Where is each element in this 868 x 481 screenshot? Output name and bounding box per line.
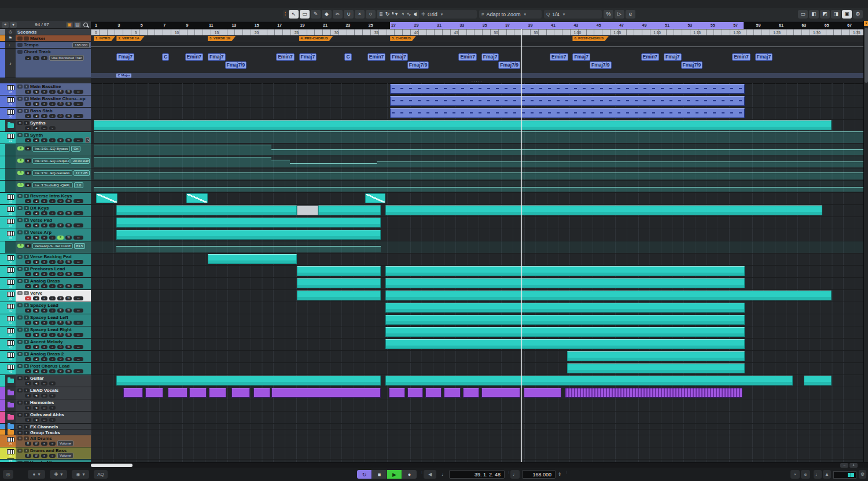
record-insert-mode-dropdown[interactable]: ✚▾ xyxy=(50,470,67,479)
solo-button[interactable]: s xyxy=(24,121,29,125)
track-control-button[interactable]: W xyxy=(65,138,72,142)
track-lane[interactable] xyxy=(91,429,863,435)
track-control-button[interactable]: ◀ xyxy=(33,90,39,94)
mute-button[interactable]: m xyxy=(17,315,23,320)
track-row-lead-vocals[interactable]: msLEAD Vocals●◀▭≈ xyxy=(0,387,91,399)
automation-value-field[interactable]: On xyxy=(71,146,80,152)
output-routing-button[interactable]: ▭ xyxy=(73,333,83,337)
track-control-button[interactable]: e xyxy=(41,211,47,215)
track-row-drums-and-bass[interactable]: 76msDrums and BassRWe∞Volume xyxy=(0,447,91,460)
audio-event[interactable] xyxy=(385,315,745,325)
audio-event[interactable] xyxy=(123,388,142,398)
mute-button[interactable]: m xyxy=(17,425,23,429)
audio-event[interactable] xyxy=(565,388,742,398)
chord-event[interactable]: Fmaj7 xyxy=(116,53,134,61)
audio-event[interactable] xyxy=(94,120,832,130)
folder-button[interactable]: ▭ xyxy=(41,418,47,422)
chord-event[interactable]: Fmaj7/9 xyxy=(225,61,247,69)
track-lane[interactable] xyxy=(91,156,863,168)
horizontal-scroll-thumb[interactable] xyxy=(91,464,133,467)
grid-type-combo[interactable]: # Adapt to Zoom ▾ xyxy=(479,10,542,19)
chord-event[interactable]: Fmaj7 xyxy=(481,53,499,61)
track-control-button[interactable]: ◀ xyxy=(33,102,39,106)
channel-button[interactable]: e xyxy=(41,454,47,458)
track-control-button[interactable]: ⌂ xyxy=(49,260,56,264)
track-lane[interactable] xyxy=(91,254,863,266)
track-lane[interactable] xyxy=(91,193,863,205)
track-control-button[interactable]: R xyxy=(57,333,64,337)
track-row-post-chorus-lead[interactable]: 45msPost Chorus Lead●◀e⌂RW▭ xyxy=(0,363,91,375)
metronome-button[interactable]: ▲ xyxy=(823,470,831,479)
chord-event[interactable]: Emin7 xyxy=(732,53,751,61)
mute-button[interactable]: m xyxy=(17,401,23,405)
audio-event[interactable] xyxy=(389,388,405,398)
global-track-chord[interactable]: ♪Chord Track●∿♯Use Monitored Trac xyxy=(0,49,91,78)
audio-alignment-button[interactable]: ▷ xyxy=(615,10,624,19)
add-track-button[interactable]: + xyxy=(2,22,9,28)
track-control-button[interactable]: W xyxy=(65,309,72,313)
track-lane[interactable] xyxy=(91,302,863,314)
track-control-button[interactable]: R xyxy=(57,272,64,276)
right-zone-button[interactable]: ◨ xyxy=(831,10,841,19)
mute-tool[interactable]: × xyxy=(355,10,365,19)
chord-event[interactable]: Fmaj7 xyxy=(299,53,317,61)
read-automation-button[interactable]: R xyxy=(17,171,24,175)
track-control-button[interactable]: R xyxy=(57,90,64,94)
mute-automation-button[interactable]: ■ xyxy=(25,171,31,175)
track-control-button[interactable]: R xyxy=(57,369,64,373)
output-routing-button[interactable]: ▭ xyxy=(73,138,83,142)
lower-zone-button[interactable]: ◩ xyxy=(820,10,830,19)
folder-button[interactable]: ◀ xyxy=(33,381,39,385)
track-control-button[interactable]: ⌂ xyxy=(49,309,56,313)
solo-button[interactable]: s xyxy=(24,431,29,435)
track-lane[interactable] xyxy=(91,181,863,193)
track-control-button[interactable]: e xyxy=(41,272,47,276)
output-routing-button[interactable]: ▭ xyxy=(73,357,83,361)
chord-event[interactable]: Fmaj7 xyxy=(390,53,408,61)
mute-button[interactable]: m xyxy=(17,376,23,380)
pre-roll-button[interactable]: ◀ xyxy=(424,470,436,479)
chord-event[interactable]: Fmaj7 xyxy=(755,53,773,61)
track-row-verse-arp[interactable]: 35msVerse Arp●◀e⌂RW▭ xyxy=(0,229,91,241)
stop-button[interactable]: ■ xyxy=(372,470,387,479)
output-routing-button[interactable]: ▭ xyxy=(73,114,83,118)
track-row-spacey-lead-right[interactable]: 42msSpacey Lead Right●◀e⌂RW▭ xyxy=(0,326,91,339)
track-row-spacey-lead-left[interactable]: 41msSpacey Lead Left●◀e⌂RW▭ xyxy=(0,314,91,326)
vertical-scroll-thumb[interactable] xyxy=(865,28,868,83)
track-lane[interactable] xyxy=(91,96,863,108)
global-track-ruler[interactable]: ◷Seconds xyxy=(0,29,91,35)
mute-automation-button[interactable]: ■ xyxy=(25,183,31,187)
zoom-in-button[interactable]: + xyxy=(849,463,858,468)
solo-button[interactable]: s xyxy=(24,364,29,368)
track-control-button[interactable]: R xyxy=(57,321,64,325)
track-row-reverse-intro-keys[interactable]: 32msReverse Intro Keys●◀e⌂RW▭ xyxy=(0,193,91,205)
left-zone-button[interactable]: ◧ xyxy=(809,10,819,19)
folder-button[interactable]: ≈ xyxy=(49,406,56,410)
track-control-button[interactable]: ⌂ xyxy=(49,211,56,215)
marker-flag[interactable]: 4. PRE-CHORUS xyxy=(299,36,333,41)
solo-button[interactable]: s xyxy=(24,413,29,417)
track-control-button[interactable]: W xyxy=(65,211,72,215)
solo-button[interactable]: s xyxy=(24,436,29,440)
folder-button[interactable]: ◀ xyxy=(33,394,39,398)
track-control-button[interactable]: e xyxy=(41,345,47,349)
solo-button[interactable]: s xyxy=(24,255,29,259)
tempo-value-field[interactable]: 168.000 xyxy=(72,42,90,48)
range-selection-tool[interactable]: ▭ xyxy=(300,10,310,19)
track-control-button[interactable]: ● xyxy=(25,114,31,118)
snap-grid-combo[interactable]: ✛ Grid ▾ xyxy=(419,10,477,19)
tempo-stepper[interactable]: ⇕ xyxy=(557,470,562,479)
audio-event[interactable] xyxy=(116,376,381,385)
read-automation-button[interactable]: R xyxy=(17,244,24,248)
track-control-button[interactable]: ⌂ xyxy=(49,333,56,337)
track-control-button[interactable]: e xyxy=(41,102,47,106)
time-format-icon[interactable]: ♩ xyxy=(440,470,448,479)
track-lane[interactable] xyxy=(91,266,863,278)
track-control-button[interactable]: e xyxy=(41,321,47,325)
track-lane[interactable] xyxy=(91,278,863,290)
mute-button[interactable]: m xyxy=(17,279,23,283)
keyboard-focus-button[interactable]: ▤ xyxy=(74,22,81,28)
mute-button[interactable]: m xyxy=(17,449,23,453)
track-control-button[interactable]: ⌂ xyxy=(49,138,56,142)
volume-parameter-label[interactable]: Volume xyxy=(85,137,90,143)
